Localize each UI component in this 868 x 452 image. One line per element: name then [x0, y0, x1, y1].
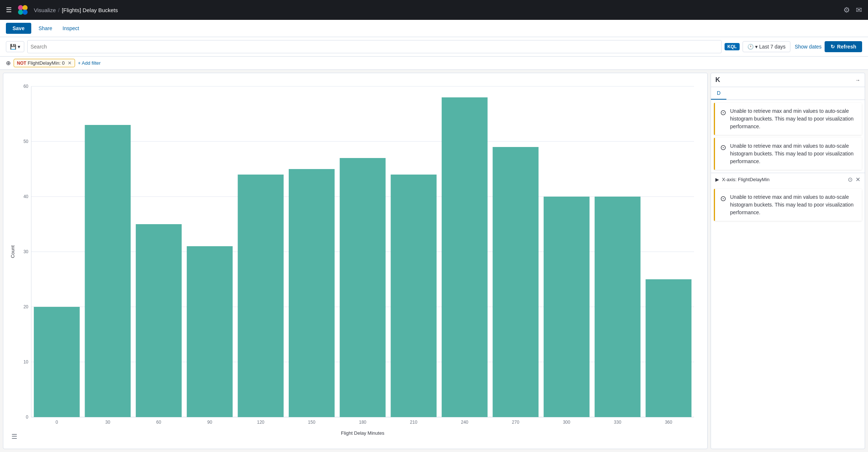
svg-point-1 [22, 5, 28, 10]
filter-close-button[interactable]: ✕ [68, 60, 72, 66]
panel-header-letter: K [715, 76, 720, 84]
svg-text:240: 240 [461, 420, 468, 425]
breadcrumb-current: [Flights] Delay Buckets [62, 7, 118, 13]
warning-icon-2: ⊙ [720, 143, 726, 152]
search-input[interactable] [31, 44, 718, 50]
svg-text:90: 90 [207, 420, 212, 425]
inspect-button[interactable]: Inspect [60, 23, 82, 34]
svg-text:60: 60 [156, 420, 161, 425]
svg-rect-37 [442, 97, 488, 417]
breadcrumb: Visualize / [Flights] Delay Buckets [34, 7, 118, 13]
svg-text:40: 40 [24, 194, 29, 199]
nav-right: ⚙ ✉ [843, 6, 862, 14]
share-button[interactable]: Share [36, 23, 55, 34]
svg-rect-29 [238, 175, 284, 417]
xaxis-icons: ⊙ ✕ [848, 176, 860, 183]
filter-bar: ⊕ NOT FlightDelayMin: 0 ✕ + Add filter [0, 57, 868, 70]
svg-rect-23 [85, 125, 131, 417]
error-text-1: Unable to retrieve max and min values to… [730, 107, 857, 130]
svg-point-0 [18, 5, 23, 10]
show-dates-button[interactable]: Show dates [795, 44, 822, 50]
save-query-icon: 💾 [10, 44, 16, 50]
mail-icon[interactable]: ✉ [856, 6, 862, 14]
tab-data[interactable]: D [711, 87, 726, 100]
svg-rect-39 [492, 147, 538, 417]
xaxis-settings-icon[interactable]: ⊙ [848, 176, 853, 183]
panel-expand-icon[interactable]: → [855, 77, 860, 83]
warning-icon-3: ⊙ [720, 194, 726, 203]
logo [16, 3, 29, 17]
top-nav: ☰ Visualize / [Flights] Delay Buckets ⚙ … [0, 0, 868, 20]
filter-not-label: NOT [17, 61, 26, 66]
chart-area: Count01020304050600306090120150180210240… [3, 73, 708, 449]
right-panel: K → D ⊙ Unable to retrieve max and min v… [711, 73, 865, 449]
refresh-button[interactable]: ↻ Refresh [825, 41, 862, 52]
svg-text:50: 50 [24, 139, 29, 144]
svg-text:120: 120 [257, 420, 264, 425]
svg-text:180: 180 [359, 420, 366, 425]
filter-field: FlightDelayMin: 0 [28, 60, 64, 66]
svg-text:360: 360 [665, 420, 672, 425]
svg-point-3 [22, 10, 28, 15]
xaxis-close-icon[interactable]: ✕ [855, 176, 860, 183]
kql-badge[interactable]: KQL [725, 43, 740, 50]
save-button[interactable]: Save [6, 23, 31, 34]
refresh-label: Refresh [837, 44, 856, 50]
error-card-3: ⊙ Unable to retrieve max and min values … [714, 189, 862, 221]
search-input-wrap [27, 40, 722, 53]
search-bar: 💾 ▾ KQL 🕐 ▾ Last 7 days Show dates ↻ Ref… [0, 37, 868, 57]
clock-icon: 🕐 [747, 44, 754, 50]
chart-container: Count01020304050600306090120150180210240… [9, 79, 701, 443]
filter-options-button[interactable]: 💾 ▾ [6, 41, 24, 52]
svg-text:270: 270 [512, 420, 519, 425]
legend-icon[interactable]: ☰ [11, 433, 17, 441]
breadcrumb-parent[interactable]: Visualize [34, 7, 56, 13]
hamburger-icon[interactable]: ☰ [6, 6, 12, 14]
svg-text:30: 30 [24, 249, 29, 254]
svg-text:300: 300 [563, 420, 570, 425]
svg-text:60: 60 [24, 84, 29, 89]
time-picker[interactable]: 🕐 ▾ Last 7 days [743, 41, 790, 52]
filter-tag: NOT FlightDelayMin: 0 ✕ [14, 59, 75, 67]
error-text-3: Unable to retrieve max and min values to… [730, 193, 857, 216]
svg-text:10: 10 [24, 359, 29, 365]
svg-rect-27 [187, 246, 233, 417]
error-card-2: ⊙ Unable to retrieve max and min values … [714, 138, 862, 170]
svg-rect-43 [595, 197, 641, 417]
svg-rect-33 [340, 158, 386, 417]
svg-text:0: 0 [56, 420, 58, 425]
error-list: ⊙ Unable to retrieve max and min values … [711, 100, 865, 449]
svg-text:20: 20 [24, 304, 29, 309]
add-filter-button[interactable]: + Add filter [78, 60, 101, 66]
refresh-icon: ↻ [830, 44, 835, 50]
warning-icon-1: ⊙ [720, 108, 726, 117]
svg-rect-25 [136, 224, 182, 417]
panel-header: K → [711, 73, 865, 87]
chevron-down-icon: ▾ [755, 44, 758, 50]
main-content: Count01020304050600306090120150180210240… [0, 70, 868, 452]
xaxis-expand-arrow[interactable]: ▶ [715, 177, 719, 182]
svg-rect-45 [645, 279, 691, 417]
svg-point-2 [18, 10, 23, 15]
settings-icon[interactable]: ⚙ [843, 6, 850, 14]
chart-svg: Count01020304050600306090120150180210240… [9, 79, 701, 443]
svg-text:30: 30 [105, 420, 110, 425]
svg-text:330: 330 [614, 420, 621, 425]
svg-text:Count: Count [10, 245, 15, 258]
time-range-label: Last 7 days [759, 44, 786, 50]
xaxis-label: X-axis: FlightDelayMin [722, 177, 845, 182]
toolbar: Save Share Inspect [0, 20, 868, 37]
svg-text:210: 210 [410, 420, 417, 425]
chevron-down-icon: ▾ [18, 44, 20, 50]
svg-rect-31 [289, 169, 335, 417]
svg-text:Flight Delay Minutes: Flight Delay Minutes [341, 430, 384, 436]
svg-rect-35 [391, 175, 437, 417]
error-card-1: ⊙ Unable to retrieve max and min values … [714, 103, 862, 135]
panel-tabs: D [711, 87, 865, 100]
breadcrumb-separator: / [58, 7, 60, 13]
svg-text:150: 150 [308, 420, 315, 425]
svg-text:0: 0 [26, 415, 28, 420]
xaxis-row: ▶ X-axis: FlightDelayMin ⊙ ✕ [711, 173, 865, 186]
error-text-2: Unable to retrieve max and min values to… [730, 142, 857, 165]
filter-expand-button[interactable]: ⊕ [6, 60, 11, 67]
